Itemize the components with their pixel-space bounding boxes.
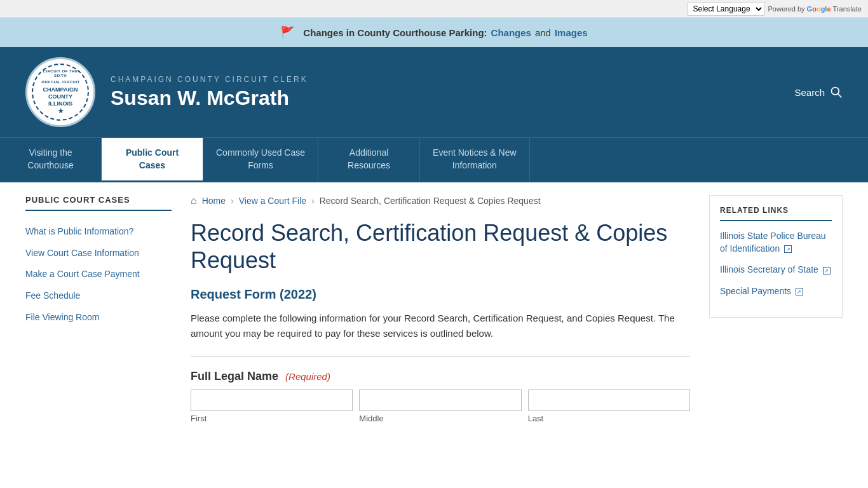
announcement-prefix: Changes in County Courthouse Parking: <box>303 27 487 38</box>
svg-line-1 <box>838 94 842 98</box>
nav-public-court-cases[interactable]: Public CourtCases <box>102 138 203 182</box>
breadcrumb-current: Record Search, Certification Request & C… <box>320 196 541 206</box>
section-title: Request Form (2022) <box>191 287 690 302</box>
nav-additional-resources[interactable]: AdditionalResources <box>318 138 420 182</box>
breadcrumb-sep2: › <box>311 196 315 206</box>
last-name-field: Last <box>528 390 690 423</box>
sidebar-nav: What is Public Information? View Court C… <box>25 221 172 328</box>
svg-point-0 <box>832 88 839 95</box>
sidebar-title: PUBLIC COURT CASES <box>25 195 172 211</box>
name-fields: First Middle Last <box>191 390 690 423</box>
site-header: CIRCUIT OF THE SIXTH JUDICIAL CIRCUIT CH… <box>0 47 868 137</box>
related-links-panel: RELATED LINKS Illinois State Police Bure… <box>709 195 843 317</box>
related-link-2[interactable]: Illinois Secretary of State ↗ <box>720 264 832 276</box>
sidebar-item-public-info[interactable]: What is Public Information? <box>25 221 172 243</box>
translate-widget[interactable]: Select Language Powered by Google Transl… <box>688 2 862 16</box>
breadcrumb-sep1: › <box>231 196 234 206</box>
top-bar: Select Language Powered by Google Transl… <box>0 0 868 18</box>
related-link-3[interactable]: Special Payments ↗ <box>720 285 832 298</box>
breadcrumb-home[interactable]: Home <box>202 196 226 206</box>
search-button[interactable]: Search <box>794 86 843 98</box>
nav-commonly-used-forms[interactable]: Commonly Used CaseForms <box>203 138 318 182</box>
external-icon-1: ↗ <box>784 245 792 253</box>
main-nav: Visiting theCourthouse Public CourtCases… <box>0 137 868 182</box>
announcement-banner: 🚩 Changes in County Courthouse Parking: … <box>0 18 868 47</box>
form-label: Full Legal Name (Required) <box>191 370 690 383</box>
site-name: Susan W. McGrath <box>111 86 308 110</box>
sidebar: PUBLIC COURT CASES What is Public Inform… <box>25 195 172 423</box>
powered-by: Powered by Google Translate <box>768 5 862 13</box>
divider <box>191 356 690 357</box>
sidebar-item-court-case-info[interactable]: View Court Case Information <box>25 243 172 264</box>
first-name-input[interactable] <box>191 390 353 411</box>
sidebar-item-fee-schedule[interactable]: Fee Schedule <box>25 285 172 307</box>
middle-name-input[interactable] <box>359 390 521 411</box>
search-label: Search <box>794 87 825 98</box>
nav-visiting-courthouse[interactable]: Visiting theCourthouse <box>0 138 102 182</box>
images-link[interactable]: Images <box>555 27 588 38</box>
language-select[interactable]: Select Language <box>688 2 764 16</box>
content-wrapper: PUBLIC COURT CASES What is Public Inform… <box>0 182 868 435</box>
sidebar-item-file-viewing[interactable]: File Viewing Room <box>25 307 172 329</box>
middle-name-field: Middle <box>359 390 521 423</box>
clerk-title: CHAMPAIGN COUNTY CIRCUIT CLERK <box>111 75 308 84</box>
external-icon-2: ↗ <box>823 267 831 274</box>
page-title: Record Search, Certification Request & C… <box>191 219 690 274</box>
first-name-field: First <box>191 390 353 423</box>
middle-label: Middle <box>359 414 521 423</box>
required-indicator: (Required) <box>285 371 330 382</box>
nav-event-notices[interactable]: Event Notices & NewInformation <box>420 138 530 182</box>
logo-inner: CIRCUIT OF THE SIXTH JUDICIAL CIRCUIT CH… <box>32 64 89 121</box>
external-icon-3: ↗ <box>796 288 803 295</box>
flag-icon: 🚩 <box>280 25 294 39</box>
and-text: and <box>535 27 551 38</box>
header-left: CIRCUIT OF THE SIXTH JUDICIAL CIRCUIT CH… <box>25 57 308 127</box>
sidebar-item-court-case-payment[interactable]: Make a Court Case Payment <box>25 264 172 285</box>
related-links-title: RELATED LINKS <box>720 206 832 221</box>
main-content: ⌂ Home › View a Court File › Record Sear… <box>191 195 690 423</box>
breadcrumb: ⌂ Home › View a Court File › Record Sear… <box>191 195 690 207</box>
home-icon: ⌂ <box>191 195 197 207</box>
header-text: CHAMPAIGN COUNTY CIRCUIT CLERK Susan W. … <box>111 75 308 110</box>
nav-spacer <box>530 138 868 182</box>
breadcrumb-view-court-file[interactable]: View a Court File <box>239 196 306 206</box>
related-link-1[interactable]: Illinois State Police Bureau of Identifi… <box>720 230 832 255</box>
last-name-input[interactable] <box>528 390 690 411</box>
description: Please complete the following informatio… <box>191 311 690 341</box>
last-label: Last <box>528 414 690 423</box>
search-icon <box>830 86 843 98</box>
first-label: First <box>191 414 353 423</box>
changes-link[interactable]: Changes <box>491 27 531 38</box>
logo: CIRCUIT OF THE SIXTH JUDICIAL CIRCUIT CH… <box>25 57 95 127</box>
